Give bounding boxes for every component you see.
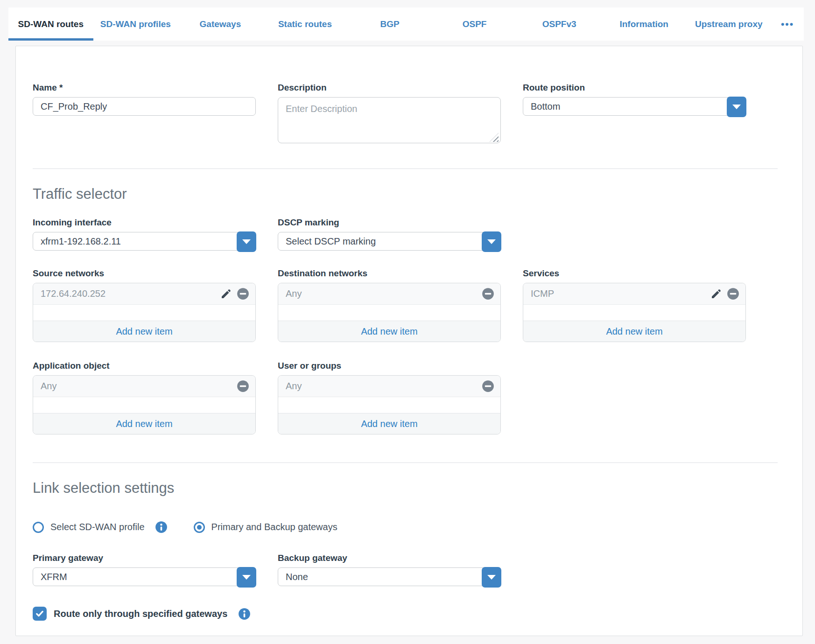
primary-gateway-select[interactable]: XFRM bbox=[33, 567, 256, 586]
edit-pencil-icon[interactable] bbox=[220, 288, 232, 300]
dscp-marking-label: DSCP marking bbox=[278, 217, 501, 228]
radio-select-sdwan-profile[interactable]: Select SD-WAN profile bbox=[33, 521, 168, 533]
remove-minus-icon[interactable] bbox=[727, 287, 739, 300]
name-label: Name * bbox=[33, 83, 256, 93]
description-field-group: Description bbox=[278, 83, 501, 145]
radio-primary-backup-gateways[interactable]: Primary and Backup gateways bbox=[194, 522, 337, 533]
chevron-down-icon bbox=[242, 239, 251, 244]
gateways-row: Primary gateway XFRM Backup gateway None bbox=[33, 553, 746, 586]
link-selection-heading: Link selection settings bbox=[33, 480, 778, 497]
list-item-label: Any bbox=[41, 381, 56, 392]
destination-networks-add-button[interactable]: Add new item bbox=[278, 321, 500, 342]
tab-label: Static routes bbox=[278, 19, 332, 29]
traffic-selector-heading: Traffic selector bbox=[33, 186, 778, 203]
list-spacer bbox=[33, 397, 255, 413]
section-divider bbox=[33, 462, 778, 463]
tab-sd-wan-profiles[interactable]: SD-WAN profiles bbox=[93, 7, 178, 41]
route-position-value: Bottom bbox=[531, 101, 560, 112]
radio-label: Select SD-WAN profile bbox=[50, 522, 145, 532]
tab-static-routes[interactable]: Static routes bbox=[263, 7, 348, 41]
list-spacer bbox=[278, 397, 500, 413]
incoming-interface-field-group: Incoming interface xfrm1-192.168.2.11 bbox=[33, 217, 256, 251]
route-position-dropdown-button[interactable] bbox=[727, 97, 746, 117]
info-icon[interactable] bbox=[238, 608, 251, 620]
application-object-add-button[interactable]: Add new item bbox=[33, 413, 255, 434]
route-edit-panel: Name * Description Route position Bottom bbox=[15, 46, 803, 636]
edit-pencil-icon[interactable] bbox=[710, 288, 722, 300]
dscp-marking-value: Select DSCP marking bbox=[286, 236, 376, 247]
tab-gateways[interactable]: Gateways bbox=[178, 7, 263, 41]
dscp-marking-select[interactable]: Select DSCP marking bbox=[278, 232, 501, 251]
name-input[interactable] bbox=[33, 97, 256, 116]
incoming-interface-select[interactable]: xfrm1-192.168.2.11 bbox=[33, 232, 256, 251]
radio-selected-icon[interactable] bbox=[194, 522, 205, 533]
user-or-groups-label: User or groups bbox=[278, 361, 501, 371]
tab-label: Upstream proxy bbox=[695, 19, 763, 29]
backup-gateway-select[interactable]: None bbox=[278, 567, 501, 586]
list-item: Any bbox=[278, 283, 500, 305]
route-position-select[interactable]: Bottom bbox=[523, 97, 746, 116]
remove-minus-icon[interactable] bbox=[237, 380, 249, 392]
route-only-row: Route only through specified gateways bbox=[33, 607, 778, 621]
tab-sd-wan-routes[interactable]: SD-WAN routes bbox=[8, 7, 93, 41]
tab-information[interactable]: Information bbox=[602, 7, 687, 41]
services-add-button[interactable]: Add new item bbox=[523, 321, 745, 342]
networks-row: Source networks 172.64.240.252 bbox=[33, 268, 746, 342]
list-item: 172.64.240.252 bbox=[33, 283, 255, 305]
source-networks-add-button[interactable]: Add new item bbox=[33, 321, 255, 342]
tab-bar: SD-WAN routesSD-WAN profilesGatewaysStat… bbox=[8, 7, 804, 41]
description-textarea[interactable] bbox=[278, 97, 501, 143]
destination-networks-listbox: Any Add new item bbox=[278, 283, 501, 342]
backup-gateway-label: Backup gateway bbox=[278, 553, 501, 563]
general-fields-row: Name * Description Route position Bottom bbox=[33, 83, 746, 145]
application-object-field-group: Application object Any Add new item bbox=[33, 361, 256, 434]
list-item: ICMP bbox=[523, 283, 745, 305]
remove-minus-icon[interactable] bbox=[482, 287, 494, 300]
tabs-container: SD-WAN routesSD-WAN profilesGatewaysStat… bbox=[8, 7, 771, 41]
dscp-marking-field-group: DSCP marking Select DSCP marking bbox=[278, 217, 501, 251]
tab-label: Gateways bbox=[200, 19, 241, 29]
info-icon[interactable] bbox=[155, 521, 168, 533]
source-networks-listbox: 172.64.240.252 Add new item bbox=[33, 283, 256, 342]
tab-bgp[interactable]: BGP bbox=[347, 7, 432, 41]
tab-label: OSPFv3 bbox=[542, 19, 576, 29]
route-only-label: Route only through specified gateways bbox=[54, 609, 227, 619]
remove-minus-icon[interactable] bbox=[482, 380, 494, 392]
backup-gateway-field-group: Backup gateway None bbox=[278, 553, 501, 586]
remove-minus-icon[interactable] bbox=[237, 287, 249, 300]
list-spacer bbox=[33, 305, 255, 321]
checkbox-checked-icon[interactable] bbox=[33, 607, 47, 621]
page-root: { "tabs": { "items": [ {"label": "SD-WAN… bbox=[0, 0, 815, 644]
primary-gateway-label: Primary gateway bbox=[33, 553, 256, 563]
primary-gateway-field-group: Primary gateway XFRM bbox=[33, 553, 256, 586]
more-tabs-button[interactable]: ••• bbox=[771, 7, 804, 41]
dscp-marking-dropdown-button[interactable] bbox=[482, 231, 501, 252]
list-item: Any bbox=[278, 376, 500, 397]
list-item-label: ICMP bbox=[531, 288, 554, 299]
incoming-interface-value: xfrm1-192.168.2.11 bbox=[41, 236, 121, 247]
radio-unselected-icon[interactable] bbox=[33, 522, 44, 533]
incoming-interface-dropdown-button[interactable] bbox=[237, 231, 256, 252]
tab-ospfv3[interactable]: OSPFv3 bbox=[517, 7, 602, 41]
application-object-listbox: Any Add new item bbox=[33, 375, 256, 434]
services-field-group: Services ICMP Ad bbox=[523, 268, 746, 342]
source-networks-field-group: Source networks 172.64.240.252 bbox=[33, 268, 256, 342]
tab-ospf[interactable]: OSPF bbox=[432, 7, 517, 41]
tab-label: SD-WAN routes bbox=[18, 19, 84, 29]
application-users-row: Application object Any Add new item bbox=[33, 361, 746, 434]
user-or-groups-field-group: User or groups Any Add new item bbox=[278, 361, 501, 434]
interface-dscp-row: Incoming interface xfrm1-192.168.2.11 DS… bbox=[33, 217, 746, 251]
tab-upstream-proxy[interactable]: Upstream proxy bbox=[687, 7, 772, 41]
incoming-interface-label: Incoming interface bbox=[33, 217, 256, 228]
user-or-groups-add-button[interactable]: Add new item bbox=[278, 413, 500, 434]
primary-gateway-dropdown-button[interactable] bbox=[237, 567, 256, 588]
backup-gateway-dropdown-button[interactable] bbox=[482, 567, 501, 588]
source-networks-label: Source networks bbox=[33, 268, 256, 279]
panel-content: Name * Description Route position Bottom bbox=[33, 83, 778, 621]
list-item-label: Any bbox=[286, 288, 302, 299]
list-spacer bbox=[523, 305, 745, 321]
section-divider bbox=[33, 168, 778, 169]
tab-label: BGP bbox=[380, 19, 399, 29]
application-object-label: Application object bbox=[33, 361, 256, 371]
destination-networks-label: Destination networks bbox=[278, 268, 501, 279]
